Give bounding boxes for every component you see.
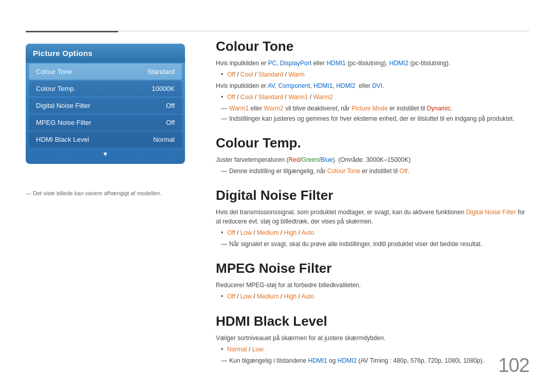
colour-tone-dash-item1: Warm1 eller Warm2 vil blive deaktiveret,… — [221, 104, 529, 114]
menu-item-digital-noise[interactable]: Digital Noise Filter Off — [29, 98, 182, 114]
menu-item-colour-temp[interactable]: Colour Temp. 10000K — [29, 81, 182, 97]
menu-item-colour-tone-value: Standard — [147, 68, 175, 76]
section-hdmi-black: HDMI Black Level Vælger sortniveauet på … — [216, 313, 529, 366]
colour-tone-list2: Off / Cool / Standard / Warm1 / Warm2 — [221, 92, 529, 102]
hdmi-black-list: Normal / Low — [221, 345, 529, 354]
digital-noise-dash-item1: Når signalet er svagt, skal du prøve all… — [221, 239, 529, 249]
section-colour-tone-title: Colour Tone — [216, 39, 529, 54]
picture-options-title: Picture Options — [26, 44, 185, 63]
section-mpeg-noise: MPEG Noise Filter Reducerer MPEG-støj fo… — [216, 260, 529, 302]
mpeg-noise-list-item1: Off / Low / Medium / High / Auto — [221, 292, 529, 302]
colour-tone-list1-item1: Off / Cool / Standard / Warm — [221, 70, 529, 80]
menu-item-hdmi-black[interactable]: HDMI Black Level Normal — [29, 132, 182, 147]
top-accent-line — [26, 31, 118, 32]
section-colour-tone: Colour Tone Hvis inputkilden er PC, Disp… — [216, 39, 529, 124]
menu-item-colour-tone-label: Colour Tone — [36, 68, 72, 76]
menu-item-colour-temp-value: 10000K — [152, 85, 175, 92]
colour-tone-para1: Hvis inputkilden er PC, DisplayPort elle… — [216, 59, 529, 68]
digital-noise-list-item1: Off / Low / Medium / High / Auto — [221, 228, 529, 238]
menu-item-hdmi-black-label: HDMI Black Level — [36, 136, 89, 143]
menu-item-digital-noise-value: Off — [166, 102, 175, 109]
section-colour-temp-title: Colour Temp. — [216, 135, 529, 151]
right-panel: Colour Tone Hvis inputkilden er PC, Disp… — [216, 39, 529, 377]
digital-noise-list: Off / Low / Medium / High / Auto — [221, 228, 529, 238]
hdmi-black-dash-list: Kun tilgængelig i tilstandene HDMI1 og H… — [221, 356, 529, 366]
image-note: — Det viste billede kan variere afhængig… — [26, 190, 161, 196]
menu-item-mpeg-noise-label: MPEG Noise Filter — [36, 119, 91, 126]
mpeg-noise-list: Off / Low / Medium / High / Auto — [221, 292, 529, 302]
digital-noise-para1: Hvis det transmissionssignal, som produk… — [216, 208, 529, 226]
left-panel: Picture Options Colour Tone Standard Col… — [26, 44, 185, 164]
scroll-down-arrow[interactable]: ▼ — [26, 148, 185, 160]
section-colour-temp: Colour Temp. Juster farvetemperaturen (R… — [216, 135, 529, 176]
mpeg-noise-para1: Reducerer MPEG-støj for at forbedre bill… — [216, 281, 529, 290]
digital-noise-dash-list: Når signalet er svagt, skal du prøve all… — [221, 239, 529, 249]
colour-temp-dash-list: Denne indstilling er tilgængelig, når Co… — [221, 166, 529, 176]
picture-options-box: Picture Options Colour Tone Standard Col… — [26, 44, 185, 164]
hdmi-black-dash-item1: Kun tilgængelig i tilstandene HDMI1 og H… — [221, 356, 529, 366]
colour-tone-list2-item1: Off / Cool / Standard / Warm1 / Warm2 — [221, 92, 529, 102]
colour-temp-dash-item1: Denne indstilling er tilgængelig, når Co… — [221, 166, 529, 176]
menu-item-hdmi-black-value: Normal — [153, 136, 175, 143]
colour-tone-dash-list: Warm1 eller Warm2 vil blive deaktiveret,… — [221, 104, 529, 123]
section-digital-noise-title: Digital Noise Filter — [216, 188, 529, 203]
hdmi-black-para1: Vælger sortniveauet på skærmen for at ju… — [216, 333, 529, 343]
colour-tone-para2: Hvis inputkilden er AV, Component, HDMI1… — [216, 81, 529, 90]
colour-temp-para1: Juster farvetemperaturen (Red/Green/Blue… — [216, 155, 529, 164]
menu-item-mpeg-noise[interactable]: MPEG Noise Filter Off — [29, 115, 182, 130]
menu-item-mpeg-noise-value: Off — [166, 119, 175, 126]
menu-item-colour-temp-label: Colour Temp. — [36, 85, 76, 92]
colour-tone-list1: Off / Cool / Standard / Warm — [221, 70, 529, 80]
menu-item-digital-noise-label: Digital Noise Filter — [36, 102, 90, 109]
hdmi-black-list-item1: Normal / Low — [221, 345, 529, 354]
menu-item-colour-tone[interactable]: Colour Tone Standard — [29, 64, 182, 80]
section-hdmi-black-title: HDMI Black Level — [216, 313, 529, 329]
section-digital-noise: Digital Noise Filter Hvis det transmissi… — [216, 188, 529, 249]
page-number: 102 — [498, 354, 529, 377]
section-mpeg-noise-title: MPEG Noise Filter — [216, 260, 529, 276]
colour-tone-dash-item2: Indstillinger kan justeres og gemmes for… — [221, 114, 529, 124]
